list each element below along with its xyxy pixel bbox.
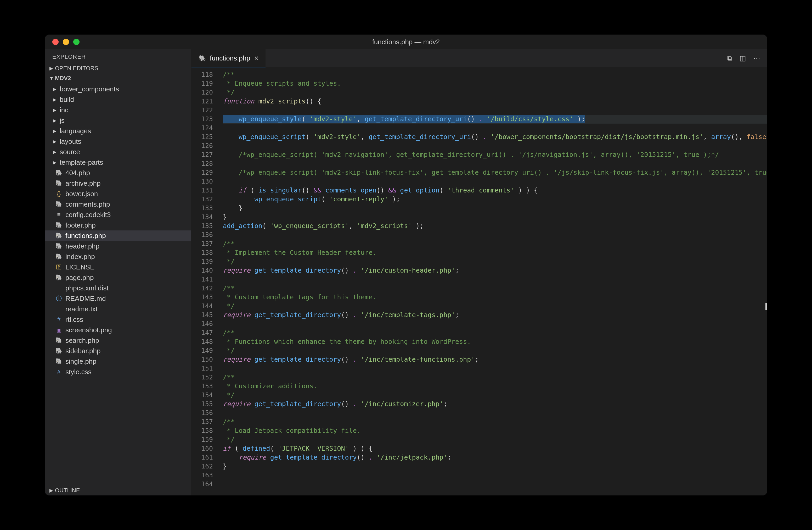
chevron-right-icon: ▶ — [52, 118, 57, 123]
chevron-right-icon: ▶ — [52, 108, 57, 113]
php-icon: 🐘 — [55, 347, 63, 355]
folder-item[interactable]: ▶bower_components — [45, 84, 191, 94]
file-label: single.php — [66, 358, 97, 365]
outline-section[interactable]: ▶ OUTLINE — [45, 486, 191, 496]
file-label: bower.json — [66, 190, 98, 198]
project-label: MDV2 — [55, 75, 71, 82]
scrollbar-thumb[interactable] — [766, 303, 767, 310]
app-window: functions.php — mdv2 EXPLORER ▶ OPEN EDI… — [45, 34, 767, 496]
file-item[interactable]: ▣screenshot.png — [45, 325, 191, 335]
more-actions-icon[interactable]: ⋯ — [753, 54, 760, 62]
code-line: /** — [223, 329, 767, 337]
file-item[interactable]: {}bower.json — [45, 189, 191, 199]
open-editors-label: OPEN EDITORS — [55, 65, 98, 72]
split-editor-icon[interactable]: ◫ — [740, 54, 746, 62]
file-item[interactable]: 🐘page.php — [45, 272, 191, 283]
window-title: functions.php — mdv2 — [45, 38, 767, 46]
code-line: } — [223, 213, 767, 222]
file-item[interactable]: 🐘footer.php — [45, 220, 191, 231]
php-icon: 🐘 — [55, 179, 63, 187]
file-item[interactable]: 🐘functions.php — [45, 231, 191, 241]
line-number: 154 — [191, 391, 213, 400]
folder-label: source — [60, 148, 80, 156]
folder-item[interactable]: ▶inc — [45, 105, 191, 115]
code-line: /*wp_enqueue_script( 'mdv2-skip-link-foc… — [223, 168, 767, 177]
window-close-button[interactable] — [52, 39, 59, 45]
code-line: * Functions which enhance the theme by h… — [223, 337, 767, 346]
code-line: wp_enqueue_style( 'mdv2-style', get_temp… — [223, 115, 767, 124]
code-line: /** — [223, 70, 767, 79]
file-item[interactable]: #rtl.css — [45, 314, 191, 325]
file-item[interactable]: 🐘sidebar.php — [45, 346, 191, 356]
line-number: 143 — [191, 293, 213, 302]
file-label: 404.php — [66, 169, 90, 177]
code-line: require get_template_directory() . '/inc… — [223, 310, 767, 319]
editor-area: 🐘 functions.php ✕ ⧉ ◫ ⋯ 1181191201211221… — [191, 49, 767, 496]
folder-label: layouts — [60, 138, 81, 145]
line-number: 118 — [191, 70, 213, 79]
line-number: 139 — [191, 257, 213, 266]
file-label: README.md — [66, 295, 106, 303]
explorer-title: EXPLORER — [45, 49, 191, 64]
traffic-lights — [45, 39, 79, 45]
code-line — [223, 106, 767, 115]
file-item[interactable]: 🐘archive.php — [45, 178, 191, 189]
file-item[interactable]: 🐘comments.php — [45, 199, 191, 209]
code-line — [223, 471, 767, 480]
folder-item[interactable]: ▶languages — [45, 126, 191, 136]
file-item[interactable]: 🐘header.php — [45, 241, 191, 251]
line-number: 124 — [191, 124, 213, 132]
code-editor[interactable]: 1181191201211221231241251261271281291301… — [191, 68, 767, 496]
tab-close-button[interactable]: ✕ — [254, 55, 259, 62]
window-maximize-button[interactable] — [73, 39, 79, 45]
open-editors-section[interactable]: ▶ OPEN EDITORS — [45, 64, 191, 73]
line-number: 126 — [191, 141, 213, 150]
tab-functions-php[interactable]: 🐘 functions.php ✕ — [191, 49, 266, 67]
chevron-right-icon: ▶ — [52, 150, 57, 154]
file-item[interactable]: ≡phpcs.xml.dist — [45, 283, 191, 293]
line-number: 155 — [191, 400, 213, 408]
file-tree[interactable]: ▶bower_components▶build▶inc▶js▶languages… — [45, 83, 191, 486]
file-item[interactable]: ⚿LICENSE — [45, 262, 191, 272]
line-number: 161 — [191, 453, 213, 462]
file-item[interactable]: 🐘single.php — [45, 356, 191, 367]
line-number: 158 — [191, 426, 213, 435]
code-line: add_action( 'wp_enqueue_scripts', 'mdv2_… — [223, 222, 767, 231]
file-item[interactable]: 🐘index.php — [45, 251, 191, 262]
tab-bar-actions: ⧉ ◫ ⋯ — [727, 49, 767, 67]
folder-label: languages — [60, 127, 91, 135]
folder-item[interactable]: ▶layouts — [45, 136, 191, 147]
json-icon: {} — [55, 190, 63, 198]
file-item[interactable]: #style.css — [45, 367, 191, 377]
line-number: 162 — [191, 462, 213, 471]
folder-item[interactable]: ▶source — [45, 147, 191, 157]
code-content[interactable]: /** * Enqueue scripts and styles. */func… — [218, 68, 767, 496]
line-number: 137 — [191, 239, 213, 248]
folder-item[interactable]: ▶build — [45, 94, 191, 105]
code-line — [223, 275, 767, 284]
compare-changes-icon[interactable]: ⧉ — [727, 54, 732, 62]
explorer-sidebar: EXPLORER ▶ OPEN EDITORS ▼ MDV2 ▶bower_co… — [45, 49, 191, 496]
code-line: if ( defined( 'JETPACK__VERSION' ) ) { — [223, 444, 767, 453]
php-icon: 🐘 — [55, 232, 63, 240]
file-item[interactable]: ≡config.codekit3 — [45, 209, 191, 220]
folder-item[interactable]: ▶template-parts — [45, 157, 191, 168]
file-item[interactable]: ⓘREADME.md — [45, 293, 191, 304]
line-number: 130 — [191, 177, 213, 186]
folder-item[interactable]: ▶js — [45, 115, 191, 126]
chevron-right-icon: ▶ — [52, 139, 57, 144]
chevron-right-icon: ▶ — [52, 97, 57, 102]
line-number: 164 — [191, 480, 213, 489]
code-line: require get_template_directory() . '/inc… — [223, 266, 767, 275]
chevron-right-icon: ▶ — [49, 488, 53, 493]
window-minimize-button[interactable] — [63, 39, 69, 45]
file-item[interactable]: ≡readme.txt — [45, 304, 191, 314]
project-section[interactable]: ▼ MDV2 — [45, 73, 191, 83]
file-label: config.codekit3 — [66, 211, 111, 219]
php-icon: 🐘 — [55, 253, 63, 261]
file-item[interactable]: 🐘search.php — [45, 335, 191, 346]
line-number: 120 — [191, 88, 213, 97]
file-item[interactable]: 🐘404.php — [45, 168, 191, 178]
line-number: 134 — [191, 213, 213, 222]
line-number: 150 — [191, 355, 213, 364]
